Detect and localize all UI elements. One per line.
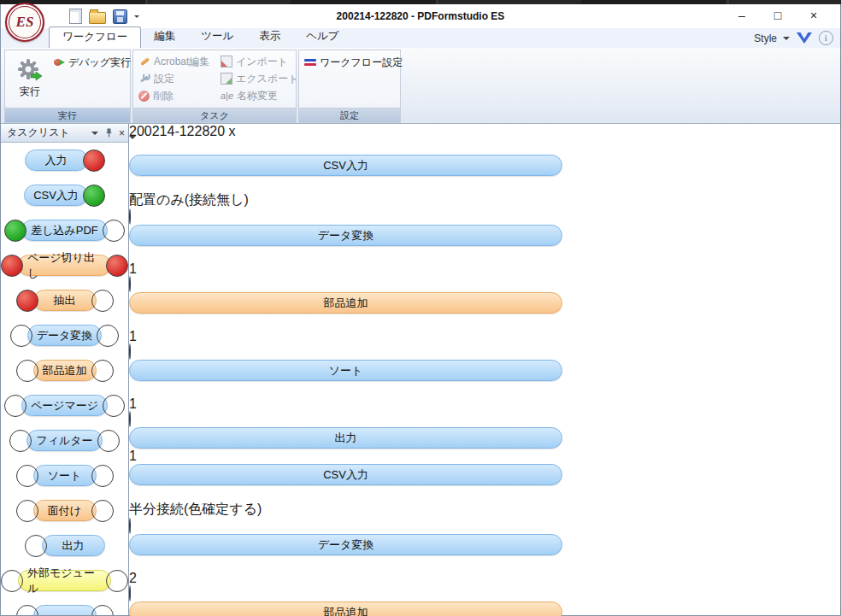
- acrobat-edit-label: Acrobat編集: [154, 55, 209, 69]
- task-pill: 部品追加: [33, 360, 97, 381]
- tri-gby-circle: [9, 430, 32, 452]
- task-template-page-merge[interactable]: ページマージ: [1, 388, 128, 423]
- flag-bars-icon: [304, 57, 316, 67]
- panel-menu-icon[interactable]: [91, 132, 98, 135]
- task-template-output[interactable]: 出力: [1, 528, 128, 563]
- brand-v-logo-icon: [796, 32, 813, 44]
- import-button[interactable]: インポート: [221, 53, 298, 70]
- document-tab[interactable]: 200214-122820 x: [129, 124, 562, 139]
- tri-gby-circle: [129, 208, 131, 225]
- flow-node-sort-1[interactable]: ソート1: [129, 344, 562, 412]
- window-title: 200214-122820 - PDFormstudio ES: [1, 10, 840, 22]
- task-template-add-parts[interactable]: 部品追加: [1, 353, 128, 388]
- ribbon-group-settings: ワークフロー設定 設定: [298, 50, 401, 123]
- tab-workflow[interactable]: ワークフロー: [49, 26, 141, 48]
- task-template-imposition[interactable]: 面付け: [1, 493, 128, 528]
- pill-label: 部品追加: [324, 605, 368, 616]
- workflow-settings-button[interactable]: ワークフロー設定: [304, 54, 403, 71]
- debug-run-label: デバッグ実行: [68, 56, 131, 70]
- pill-label: データ変換: [37, 328, 93, 343]
- task-pill: [33, 605, 97, 615]
- node-body: データ変換: [129, 209, 562, 261]
- task-template-csv-input[interactable]: CSV入力: [1, 178, 128, 213]
- pill-label: CSV入力: [33, 188, 79, 203]
- task-template-external-module[interactable]: 外部モジュール: [1, 563, 128, 598]
- ribbon-group-task-label: タスク: [133, 108, 296, 122]
- tri-gby-circle: [10, 325, 32, 347]
- window-controls: – □ ×: [724, 4, 832, 26]
- red-circle: [16, 290, 38, 312]
- pill-label: フィルター: [36, 433, 92, 449]
- screen: 200214-122820 - PDFormstudio ES – □ × ワー…: [0, 0, 841, 616]
- flow-node-add-parts-1[interactable]: 部品追加1: [129, 277, 562, 344]
- pill-label: 部品追加: [324, 296, 368, 311]
- application-logo[interactable]: ES: [5, 3, 44, 42]
- pill-label: CSV入力: [323, 158, 368, 173]
- task-pill: 入力: [25, 150, 88, 171]
- node-body: 出力: [129, 412, 562, 449]
- task-template-sort[interactable]: ソート: [1, 458, 128, 493]
- green-circle: [4, 220, 26, 242]
- workflow-canvas[interactable]: CSV入力配置のみ(接続無し)データ変換1部品追加1ソート1出力1CSV入力半分…: [129, 155, 562, 616]
- tab-list-dropdown-icon[interactable]: [129, 136, 136, 154]
- pill-label: 抽出: [54, 293, 76, 308]
- export-button[interactable]: エクスポート: [221, 70, 298, 87]
- node-caption: 1: [129, 261, 562, 277]
- minimize-button[interactable]: –: [724, 4, 760, 26]
- task-settings-button[interactable]: 設定: [138, 70, 209, 87]
- node-body: データ変換: [129, 519, 562, 571]
- debug-run-button[interactable]: デバッグ実行: [53, 54, 131, 71]
- ribbon-group-settings-label: 設定: [299, 108, 400, 122]
- flow-node-data-convert-1[interactable]: データ変換1: [129, 209, 562, 277]
- style-dropdown-label[interactable]: Style: [754, 32, 777, 44]
- export-icon: [221, 73, 232, 85]
- pill-label: CSV入力: [323, 467, 368, 483]
- tab-help[interactable]: ヘルプ: [293, 26, 351, 48]
- pill-label: 入力: [45, 153, 68, 168]
- flow-node-data-convert-2[interactable]: データ変換2: [129, 519, 562, 586]
- run-button[interactable]: 実行: [9, 52, 50, 105]
- flow-node-add-parts-2[interactable]: 部品追加2: [129, 586, 562, 616]
- task-template-mail-merge-pdf[interactable]: 差し込みPDF: [1, 213, 128, 248]
- task-template-filter[interactable]: フィルター: [1, 423, 128, 458]
- task-template-data-convert[interactable]: データ変換: [1, 318, 128, 353]
- node-body: CSV入力: [129, 464, 562, 501]
- style-dropdown-icon[interactable]: [783, 37, 790, 40]
- close-tab-icon[interactable]: x: [229, 124, 236, 138]
- wrench-icon: [138, 73, 150, 85]
- task-pill: ソート: [33, 465, 97, 486]
- pill-label: 外部モジュール: [27, 566, 102, 596]
- tab-edit[interactable]: 編集: [141, 26, 188, 48]
- delete-label: 削除: [153, 89, 173, 103]
- close-button[interactable]: ×: [796, 4, 832, 26]
- pill-label: 面付け: [48, 503, 81, 519]
- import-icon: [221, 56, 232, 67]
- task-template-extract[interactable]: 抽出: [1, 283, 128, 318]
- pill-label: ページマージ: [31, 398, 98, 414]
- task-template-input[interactable]: 入力: [1, 143, 128, 178]
- task-settings-label: 設定: [154, 72, 174, 86]
- tri-rby-circle: [91, 500, 114, 522]
- pill-label: 差し込みPDF: [31, 223, 98, 238]
- tab-view[interactable]: 表示: [246, 26, 293, 48]
- acrobat-edit-button[interactable]: Acrobat編集: [138, 53, 209, 70]
- close-panel-icon[interactable]: ×: [119, 128, 125, 138]
- pin-icon[interactable]: [104, 128, 113, 138]
- node-caption: 1: [129, 396, 562, 412]
- import-label: インポート: [236, 55, 288, 69]
- flow-node-csv-input-unconnected[interactable]: CSV入力配置のみ(接続無し): [129, 155, 562, 209]
- task-template-list: 入力CSV入力差し込みPDFページ切り出し抽出データ変換部品追加ページマージフィ…: [1, 143, 128, 615]
- task-pill: 差し込みPDF: [21, 220, 108, 241]
- flow-node-output-1[interactable]: 出力1: [129, 412, 562, 464]
- delete-button[interactable]: 削除: [138, 87, 209, 104]
- rename-button[interactable]: a|e 名称変更: [221, 87, 298, 104]
- task-template-partial-item[interactable]: [1, 598, 128, 615]
- info-icon[interactable]: i: [819, 31, 833, 45]
- tab-tools[interactable]: ツール: [188, 26, 246, 48]
- pill-label: ソート: [329, 363, 363, 378]
- tri-gby-circle: [91, 465, 114, 487]
- task-template-page-cut[interactable]: ページ切り出し: [1, 248, 128, 283]
- pill-label: 部品追加: [43, 363, 87, 378]
- maximize-button[interactable]: □: [760, 4, 796, 26]
- flow-node-csv-input-half-connected[interactable]: CSV入力半分接続(色確定する): [129, 464, 562, 519]
